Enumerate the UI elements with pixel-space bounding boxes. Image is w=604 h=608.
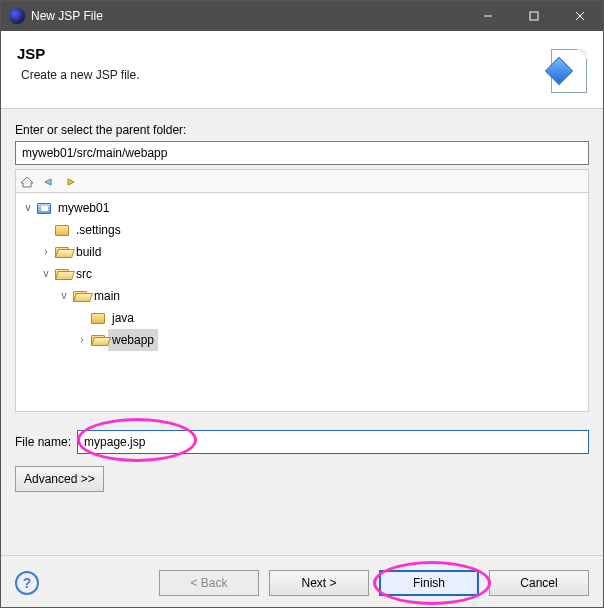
titlebar: New JSP File xyxy=(1,1,603,31)
cancel-button[interactable]: Cancel xyxy=(489,570,589,596)
minimize-button[interactable] xyxy=(465,1,511,31)
tree-item-label: myweb01 xyxy=(54,197,113,219)
folder-open-icon xyxy=(90,332,106,348)
wizard-footer: ? < Back Next > Finish Cancel xyxy=(1,555,603,608)
svg-rect-1 xyxy=(530,12,538,20)
tree-item-src[interactable]: v src xyxy=(40,263,586,285)
tree-item-build[interactable]: › build xyxy=(40,241,586,263)
close-button[interactable] xyxy=(557,1,603,31)
tree-item-settings[interactable]: .settings xyxy=(40,219,586,241)
tree-item-main[interactable]: v main xyxy=(58,285,586,307)
tree-item-java[interactable]: java xyxy=(76,307,586,329)
tree-toolbar xyxy=(15,169,589,192)
tree-item-label: java xyxy=(108,307,138,329)
folder-open-icon xyxy=(54,244,70,260)
folder-open-icon xyxy=(54,266,70,282)
help-button[interactable]: ? xyxy=(15,571,39,595)
folder-open-icon xyxy=(72,288,88,304)
chevron-right-icon[interactable]: › xyxy=(76,334,88,346)
chevron-down-icon[interactable]: v xyxy=(58,290,70,302)
wizard-heading: JSP xyxy=(17,45,140,62)
tree-item-label: main xyxy=(90,285,124,307)
project-icon xyxy=(36,200,52,216)
next-button[interactable]: Next > xyxy=(269,570,369,596)
home-icon[interactable] xyxy=(18,174,36,190)
chevron-right-icon[interactable]: › xyxy=(40,246,52,258)
forward-arrow-icon[interactable] xyxy=(62,174,80,190)
back-arrow-icon[interactable] xyxy=(40,174,58,190)
chevron-down-icon[interactable]: v xyxy=(22,202,34,214)
tree-item-label: src xyxy=(72,263,96,285)
tree-item-myweb01[interactable]: v myweb01 xyxy=(22,197,586,219)
window-title: New JSP File xyxy=(31,9,465,23)
tree-item-label: .settings xyxy=(72,219,125,241)
jsp-file-icon xyxy=(539,45,587,93)
wizard-banner: JSP Create a new JSP file. xyxy=(1,31,603,109)
svg-marker-4 xyxy=(21,177,33,187)
advanced-button[interactable]: Advanced >> xyxy=(15,466,104,492)
chevron-down-icon[interactable]: v xyxy=(40,268,52,280)
wizard-content: Enter or select the parent folder: v myw… xyxy=(1,109,603,555)
parent-folder-label: Enter or select the parent folder: xyxy=(15,123,589,137)
filename-label: File name: xyxy=(15,435,71,449)
folder-icon xyxy=(90,310,106,326)
wizard-subtitle: Create a new JSP file. xyxy=(21,68,140,82)
tree-item-label: build xyxy=(72,241,105,263)
tree-item-label: webapp xyxy=(108,329,158,351)
eclipse-icon xyxy=(9,8,25,24)
folder-icon xyxy=(54,222,70,238)
folder-tree[interactable]: v myweb01 .settings › xyxy=(15,192,589,412)
tree-item-webapp[interactable]: › webapp xyxy=(76,329,586,351)
filename-input[interactable] xyxy=(77,430,589,454)
finish-button[interactable]: Finish xyxy=(379,570,479,596)
maximize-button[interactable] xyxy=(511,1,557,31)
back-button: < Back xyxy=(159,570,259,596)
parent-folder-input[interactable] xyxy=(15,141,589,165)
